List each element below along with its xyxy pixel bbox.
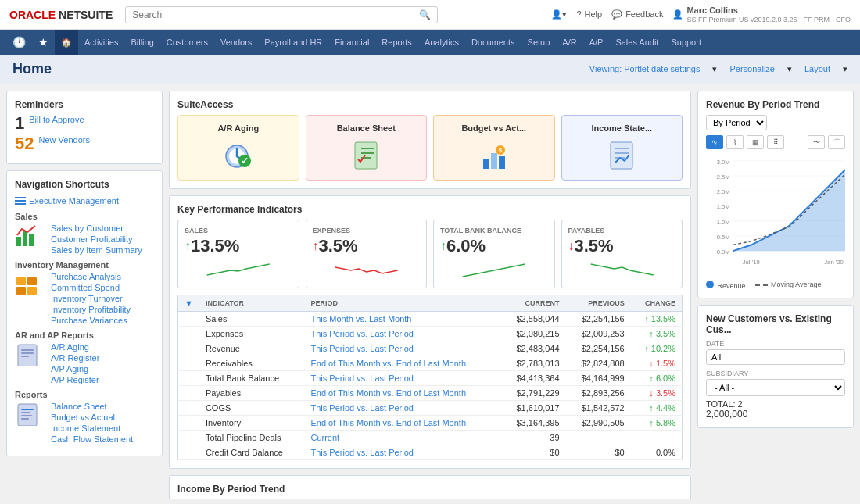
link-sales-by-item[interactable]: Sales by Item Summary [51, 245, 142, 255]
kpi-sales-sparkline [185, 259, 292, 281]
suite-item-budget[interactable]: Budget vs Act... $ [433, 115, 555, 181]
layout-button[interactable]: Layout [804, 64, 830, 74]
link-ap-aging[interactable]: A/P Aging [51, 364, 99, 374]
link-ar-aging[interactable]: A/R Aging [51, 342, 99, 352]
line-chart-icon[interactable]: ∿ [706, 135, 723, 149]
personalize-button[interactable]: Personalize [729, 64, 774, 74]
row-current-payables: $2,791,229 [500, 386, 565, 401]
nav-billing[interactable]: Billing [124, 30, 159, 55]
reminders-card: Reminders 1 Bill to Approve 52 New Vendo… [6, 91, 163, 164]
nav-ap[interactable]: A/P [583, 30, 610, 55]
revenue-chart-area: 3.0M 2.5M 2.0M 1.5M 1.0M 0.5M 0.0M [706, 152, 845, 277]
nav-payroll[interactable]: Payroll and HR [258, 30, 328, 55]
help-button[interactable]: ? Help [576, 9, 602, 19]
nav-ar[interactable]: A/R [556, 30, 582, 55]
link-inventory-turnover[interactable]: Inventory Turnover [51, 294, 131, 303]
svg-rect-10 [21, 356, 29, 357]
history-icon[interactable]: 🕐 [6, 36, 32, 48]
bar-chart-icon[interactable]: ▦ [747, 135, 764, 149]
nav-documents[interactable]: Documents [465, 30, 521, 55]
search-input[interactable] [132, 9, 419, 20]
period-select[interactable]: By Period [706, 115, 767, 130]
exec-mgmt-link[interactable]: Executive Management [29, 196, 119, 206]
main-layout: Reminders 1 Bill to Approve 52 New Vendo… [0, 84, 860, 504]
th-indicator: INDICATOR [199, 295, 305, 312]
subsidiary-select[interactable]: - All - [706, 379, 845, 396]
link-customer-profitability[interactable]: Customer Profitability [51, 234, 142, 244]
user-menu[interactable]: 👤 Marc Collins SS FF Premium US v2019.2.… [672, 5, 851, 24]
link-committed-spend[interactable]: Committed Spend [51, 283, 131, 292]
row-period-expenses[interactable]: This Period vs. Last Period [304, 327, 500, 341]
suite-access-card: SuiteAccess A/R Aging ✓ Balance Sheet [169, 91, 691, 189]
nav-vendors[interactable]: Vendors [214, 30, 258, 55]
scatter-icon[interactable]: ⠿ [767, 135, 784, 149]
link-purchase-analysis[interactable]: Purchase Analysis [51, 272, 131, 281]
nav-financial[interactable]: Financial [328, 30, 375, 55]
row-period-inventory[interactable]: End of This Month vs. End of Last Month [304, 416, 500, 431]
user-alert-icon: 👤▾ [551, 9, 567, 20]
row-indicator-pipeline: Total Pipeline Deals [199, 431, 305, 445]
search-bar[interactable]: 🔍 [125, 6, 438, 23]
row-change-bank: ↑ 6.0% [631, 371, 683, 386]
user-icon-area[interactable]: 👤▾ [551, 9, 567, 20]
row-period-payables[interactable]: End of This Month vs. End of Last Month [304, 386, 500, 401]
area-chart-icon[interactable]: ⌇ [726, 135, 744, 149]
link-budget-vs-actual[interactable]: Budget vs Actual [51, 413, 133, 422]
row-indicator-payables: Payables [199, 386, 305, 401]
chart-5-icon[interactable]: 〜 [808, 135, 825, 149]
subsidiary-label: SUBSIDIARY [706, 370, 845, 377]
svg-rect-9 [21, 352, 34, 354]
viewing-portlet[interactable]: Viewing: Portlet date settings [589, 64, 701, 74]
row-period-receivables[interactable]: End of This Month vs. End of Last Month [304, 356, 500, 371]
row-period-cc[interactable]: This Period vs. Last Period [304, 445, 500, 460]
budget-icon: $ [477, 138, 511, 172]
nav-reports[interactable]: Reports [375, 30, 418, 55]
link-ar-register[interactable]: A/R Register [51, 353, 99, 363]
link-ap-register[interactable]: A/P Register [51, 375, 99, 384]
suite-item-ar-aging[interactable]: A/R Aging ✓ [177, 115, 299, 181]
nav-support[interactable]: Support [665, 30, 708, 55]
row-change-pipeline [631, 431, 683, 445]
row-previous-inventory: $2,990,505 [566, 416, 631, 431]
row-change-payables: ↓ 3.5% [631, 386, 683, 401]
suite-item-income[interactable]: Income State... [561, 115, 683, 181]
svg-text:Jan '20: Jan '20 [824, 259, 844, 266]
nav-analytics[interactable]: Analytics [418, 30, 465, 55]
link-cash-flow[interactable]: Cash Flow Statement [51, 434, 133, 444]
link-balance-sheet[interactable]: Balance Sheet [51, 402, 133, 411]
svg-rect-14 [21, 415, 32, 416]
nav-setup[interactable]: Setup [521, 30, 557, 55]
nav-customers[interactable]: Customers [160, 30, 214, 55]
th-period: PERIOD [304, 295, 500, 312]
link-purchase-variances[interactable]: Purchase Variances [51, 316, 131, 325]
row-period-revenue[interactable]: This Period vs. Last Period [304, 341, 500, 356]
row-current-cogs: $1,610,017 [500, 401, 565, 416]
row-indicator-icon [178, 312, 199, 327]
link-sales-by-customer[interactable]: Sales by Customer [51, 223, 142, 233]
sidebar: Reminders 1 Bill to Approve 52 New Vendo… [6, 91, 163, 499]
inventory-group: Purchase Analysis Committed Spend Invent… [15, 271, 154, 326]
row-period-pipeline[interactable]: Current [304, 431, 500, 445]
row-change-sales: ↑ 13.5% [631, 312, 683, 327]
kpi-card: Key Performance Indicators SALES ↑ 13.5% [169, 195, 691, 469]
favorites-icon[interactable]: ★ [32, 36, 55, 48]
link-income-statement[interactable]: Income Statement [51, 424, 133, 433]
vendor-link[interactable]: New Vendors [38, 135, 89, 145]
chart-6-icon[interactable]: ⌒ [828, 135, 845, 149]
suite-item-balance-sheet[interactable]: Balance Sheet [306, 115, 428, 181]
filter-icon[interactable]: ▼ [185, 298, 193, 308]
table-row: Total Bank Balance This Period vs. Last … [178, 371, 683, 386]
row-period-bank[interactable]: This Period vs. Last Period [304, 371, 500, 386]
feedback-button[interactable]: 💬 Feedback [611, 9, 663, 20]
nav-activities[interactable]: Activities [78, 30, 124, 55]
link-inventory-profitability[interactable]: Inventory Profitability [51, 305, 131, 314]
nav-sales-audit[interactable]: Sales Audit [609, 30, 665, 55]
row-period-cogs[interactable]: This Period vs. Last Period [304, 401, 500, 416]
table-row: Receivables End of This Month vs. End of… [178, 356, 683, 371]
date-input[interactable] [706, 349, 845, 365]
inventory-section-title: Inventory Management [15, 260, 154, 270]
bill-link[interactable]: Bill to Approve [29, 115, 84, 124]
kpi-sales: SALES ↑ 13.5% [177, 220, 299, 288]
home-icon[interactable]: 🏠 [55, 30, 78, 55]
row-period-sales[interactable]: This Month vs. Last Month [304, 312, 500, 327]
